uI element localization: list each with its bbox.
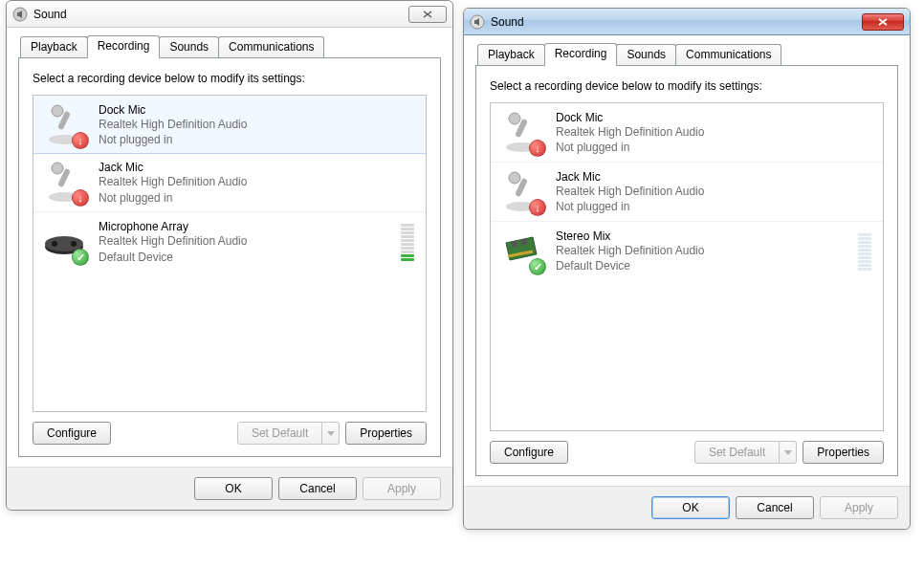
ok-button[interactable]: OK (651, 496, 730, 519)
device-status: Not plugged in (556, 140, 875, 155)
device-status: Not plugged in (556, 199, 875, 214)
cancel-button[interactable]: Cancel (278, 477, 357, 500)
tab-sounds[interactable]: Sounds (616, 44, 676, 67)
device-name: Jack Mic (99, 161, 418, 174)
device-row[interactable]: Stereo MixRealtek High Definition AudioD… (491, 222, 883, 281)
configure-button[interactable]: Configure (33, 422, 111, 445)
tab-recording[interactable]: Recording (544, 43, 618, 66)
close-button[interactable] (408, 6, 447, 23)
device-driver: Realtek High Definition Audio (556, 243, 858, 258)
svg-point-6 (52, 163, 63, 174)
cancel-button[interactable]: Cancel (736, 496, 814, 519)
device-row[interactable]: Dock MicRealtek High Definition AudioNot… (33, 95, 427, 154)
device-icon (498, 109, 544, 155)
device-name: Microphone Array (99, 220, 401, 233)
device-status: Default Device (99, 250, 401, 265)
set-default-dropdown (322, 422, 340, 445)
instruction-text: Select a recording device below to modif… (33, 72, 427, 85)
device-name: Stereo Mix (556, 229, 858, 243)
svg-rect-19 (520, 238, 527, 245)
window-title: Sound (491, 15, 524, 29)
svg-point-10 (71, 241, 77, 247)
apply-button: Apply (363, 477, 441, 500)
device-icon (41, 218, 87, 264)
tab-playback[interactable]: Playback (20, 36, 88, 59)
set-default-button: Set Default (694, 441, 780, 464)
unplugged-badge-icon (72, 132, 89, 149)
device-row[interactable]: Dock MicRealtek High Definition AudioNot… (491, 103, 883, 163)
set-default-split: Set Default (237, 422, 340, 445)
device-list[interactable]: Dock MicRealtek High Definition AudioNot… (33, 95, 427, 412)
device-row[interactable]: Microphone ArrayRealtek High Definition … (33, 212, 426, 272)
check-badge-icon (529, 258, 546, 275)
device-driver: Realtek High Definition Audio (556, 184, 875, 199)
svg-point-9 (52, 241, 57, 247)
level-meter (858, 233, 871, 271)
svg-point-14 (509, 113, 520, 124)
svg-point-3 (52, 105, 63, 117)
device-driver: Realtek High Definition Audio (99, 117, 418, 132)
device-icon (498, 168, 544, 214)
set-default-button: Set Default (237, 422, 322, 445)
level-meter (401, 224, 414, 261)
dialog-footer: OK Cancel Apply (464, 486, 910, 529)
titlebar[interactable]: Sound (464, 9, 910, 35)
set-default-dropdown (780, 441, 797, 464)
tab-strip: Playback Recording Sounds Communications (18, 35, 441, 58)
instruction-text: Select a recording device below to modif… (490, 79, 884, 93)
tab-strip: Playback Recording Sounds Communications (475, 43, 898, 66)
properties-button[interactable]: Properties (803, 441, 884, 464)
tab-communications[interactable]: Communications (675, 44, 781, 67)
sound-icon (470, 14, 485, 30)
device-name: Jack Mic (556, 170, 875, 184)
svg-point-17 (509, 172, 520, 184)
svg-rect-18 (511, 240, 517, 247)
configure-button[interactable]: Configure (490, 441, 568, 464)
apply-button: Apply (820, 496, 898, 519)
ok-button[interactable]: OK (194, 477, 273, 500)
titlebar[interactable]: Sound (7, 1, 452, 28)
unplugged-badge-icon (529, 140, 546, 157)
device-row[interactable]: Jack MicRealtek High Definition AudioNot… (33, 153, 426, 212)
device-driver: Realtek High Definition Audio (99, 174, 418, 189)
dialog-footer: OK Cancel Apply (7, 467, 452, 510)
sound-icon (12, 7, 28, 22)
device-icon (498, 228, 544, 273)
close-button[interactable] (862, 13, 904, 31)
tab-sounds[interactable]: Sounds (159, 36, 219, 59)
device-driver: Realtek High Definition Audio (99, 233, 401, 249)
device-status: Not plugged in (99, 132, 418, 147)
sound-dialog-left: Sound Playback Recording Sounds Communic… (6, 0, 453, 511)
sound-dialog-right: Sound Playback Recording Sounds Communic… (463, 8, 911, 530)
device-status: Default Device (556, 258, 858, 273)
device-driver: Realtek High Definition Audio (556, 124, 875, 140)
device-status: Not plugged in (99, 190, 418, 206)
window-title: Sound (33, 8, 67, 21)
device-icon (41, 101, 87, 147)
device-name: Dock Mic (556, 111, 875, 124)
device-list[interactable]: Dock MicRealtek High Definition AudioNot… (490, 102, 884, 431)
tab-recording[interactable]: Recording (87, 35, 161, 58)
device-row[interactable]: Jack MicRealtek High Definition AudioNot… (491, 163, 883, 222)
set-default-split: Set Default (694, 441, 797, 464)
unplugged-badge-icon (529, 199, 546, 216)
properties-button[interactable]: Properties (345, 422, 427, 445)
tab-communications[interactable]: Communications (218, 36, 324, 59)
device-name: Dock Mic (99, 103, 418, 117)
device-icon (41, 159, 87, 205)
tab-playback[interactable]: Playback (477, 44, 545, 67)
